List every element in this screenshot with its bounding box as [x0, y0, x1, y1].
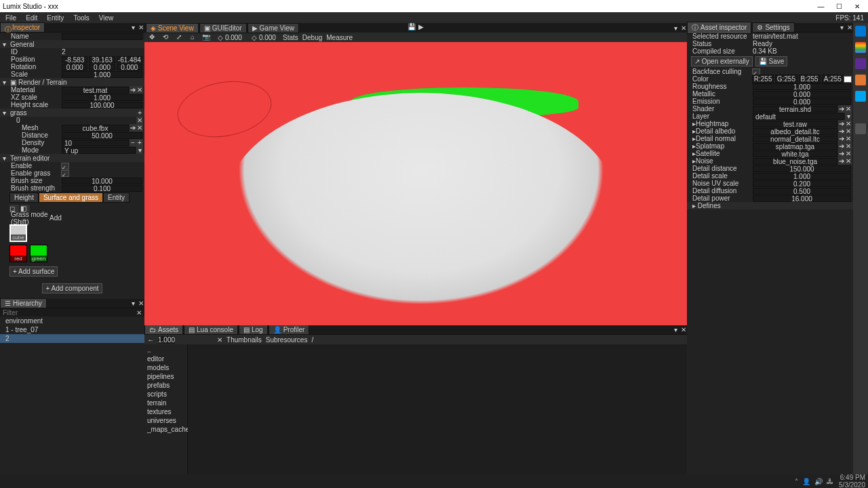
goto-icon[interactable]: ➔ — [838, 120, 845, 127]
thumb-scale[interactable]: 1.000 — [158, 336, 175, 344]
app-icon[interactable] — [855, 123, 866, 134]
folder-item[interactable]: models — [147, 363, 184, 372]
clear-asset-filter[interactable]: ✕ — [217, 336, 222, 344]
general-header[interactable]: ▾General — [0, 40, 144, 48]
measure-toggle[interactable]: Measure — [326, 34, 353, 41]
goto-icon[interactable]: ➔ — [838, 127, 845, 135]
network-icon[interactable]: 🖧 — [827, 478, 833, 485]
tab-surface-grass[interactable]: Surface and grass — [39, 192, 103, 203]
folder-item[interactable]: _maps_cache — [147, 425, 184, 434]
snap-pos[interactable]: ◇ 0.000 — [215, 34, 245, 41]
tex-satellite[interactable]: white.tga — [753, 150, 837, 157]
visual-studio-icon[interactable] — [855, 58, 866, 69]
brush-strength-slider[interactable]: 0.100 — [62, 185, 142, 192]
pin-icon[interactable]: ▾ — [130, 24, 136, 31]
emission-input[interactable]: 0.000 — [753, 98, 851, 105]
clear-icon[interactable]: ✕ — [845, 135, 852, 142]
mesh-input[interactable]: cube.fbx — [62, 125, 129, 131]
menu-entity[interactable]: Entity — [43, 14, 68, 22]
add-component-button[interactable]: + Add component — [42, 283, 102, 293]
plus-icon[interactable]: + — [136, 139, 143, 146]
goto-icon[interactable]: ➔ — [130, 124, 136, 131]
close-panel-icon[interactable]: ✕ — [138, 24, 144, 31]
material-input[interactable]: test.mat — [62, 87, 129, 94]
detail-distance[interactable]: 150.000 — [753, 165, 851, 172]
minimize-button[interactable]: — — [812, 3, 829, 10]
tab-assets[interactable]: 🗀Assets — [144, 325, 183, 335]
goto-icon[interactable]: ➔ — [838, 105, 845, 113]
clear-icon[interactable]: ✕ — [845, 105, 852, 113]
pos-z[interactable]: -61.484 — [117, 56, 142, 63]
menu-tools[interactable]: Tools — [69, 14, 93, 22]
goto-icon[interactable]: ➔ — [838, 150, 845, 157]
tex-normal[interactable]: normal_detail.ltc — [753, 136, 837, 142]
clear-icon[interactable]: ✕ — [845, 157, 852, 165]
tab-height[interactable]: Height — [9, 192, 39, 203]
minus-icon[interactable]: − — [130, 139, 136, 146]
grass-index[interactable]: 0 — [1, 117, 61, 124]
maximize-button[interactable]: ☐ — [831, 3, 847, 10]
save-icon[interactable]: 💾 — [408, 23, 416, 30]
save-asset-button[interactable]: 💾 Save — [755, 56, 788, 66]
clear-icon[interactable]: ✕ — [845, 150, 852, 157]
hierarchy-item[interactable]: 2 — [0, 334, 144, 343]
pin-icon[interactable]: ▾ — [838, 24, 845, 31]
tab-entity[interactable]: Entity — [103, 192, 130, 203]
hierarchy-item[interactable]: 1 - tree_07 — [0, 325, 144, 334]
rot-y[interactable]: 0.000 — [89, 64, 115, 70]
volume-icon[interactable]: 🔊 — [814, 478, 823, 485]
folder-item[interactable]: editor — [147, 354, 184, 363]
enable-grass-checkbox[interactable] — [61, 170, 69, 177]
color-rgba[interactable]: R:255G:255B:255A:255 — [752, 75, 844, 83]
goto-icon[interactable]: ➔ — [838, 142, 845, 150]
tab-asset-inspector[interactable]: ⓘAsset inspector — [687, 22, 751, 34]
app-icon[interactable] — [855, 91, 866, 102]
shader-input[interactable]: terrain.shd — [753, 106, 837, 113]
system-tray[interactable]: ˄ 👤 🔊 🖧 — [795, 478, 833, 485]
backface-checkbox[interactable] — [752, 68, 760, 75]
folder-item[interactable]: scripts — [147, 390, 184, 399]
app-icon[interactable] — [855, 107, 866, 118]
file-explorer-icon[interactable] — [855, 75, 866, 85]
tex-splatmap[interactable]: splatmap.tga — [753, 143, 837, 150]
swatch-cube[interactable]: cube — [9, 224, 27, 242]
folder-item[interactable]: universes — [147, 416, 184, 425]
menu-file[interactable]: File — [1, 14, 20, 22]
breadcrumb-path[interactable]: / — [311, 336, 313, 344]
clock[interactable]: 6:49 PM 5/3/2020 — [839, 474, 865, 488]
clear-icon[interactable]: ✕ — [136, 86, 143, 94]
rot-x[interactable]: 0.000 — [62, 64, 87, 70]
render-terrain-header[interactable]: ▾▣Render / Terrain — [0, 78, 144, 86]
detail-power[interactable]: 16.000 — [753, 195, 851, 202]
close-panel-icon[interactable]: ✕ — [846, 24, 853, 31]
xz-scale-input[interactable]: 1.000 — [62, 94, 142, 101]
add-icon[interactable]: + — [138, 109, 142, 117]
pos-x[interactable]: -8.583 — [62, 56, 87, 63]
metallic-input[interactable]: 0.000 — [753, 91, 851, 98]
scene-viewport[interactable] — [144, 42, 687, 325]
swatch-green[interactable]: green — [30, 245, 47, 262]
menu-view[interactable]: View — [95, 14, 118, 22]
clear-icon[interactable]: ✕ — [845, 142, 852, 150]
chevron-down-icon[interactable]: ▾ — [136, 146, 143, 154]
play-icon[interactable]: ▶ — [418, 23, 424, 30]
tab-scene-view[interactable]: ◈Scene View — [146, 23, 199, 33]
height-scale-input[interactable]: 100.000 — [62, 102, 142, 108]
people-icon[interactable]: 👤 — [802, 478, 810, 485]
layer-select[interactable]: default — [753, 113, 844, 120]
tab-settings[interactable]: ⚙Settings — [752, 22, 794, 33]
camera-icon[interactable]: 📷 — [201, 33, 211, 41]
terrain-editor-header[interactable]: ▾Terrain editor — [0, 154, 144, 162]
tab-profiler[interactable]: 👤Profiler — [269, 325, 310, 335]
chevron-down-icon[interactable]: ▾ — [845, 113, 852, 120]
scale-input[interactable]: 1.000 — [62, 71, 142, 78]
distance-input[interactable]: 50.000 — [62, 132, 142, 139]
close-panel-icon[interactable]: ✕ — [680, 326, 687, 333]
tab-lua-console[interactable]: ▤Lua console — [184, 325, 238, 335]
hierarchy-item[interactable]: environment — [0, 317, 144, 325]
pin-icon[interactable]: ▾ — [672, 24, 679, 32]
close-panel-icon[interactable]: ✕ — [138, 300, 144, 307]
stats-toggle[interactable]: Stats — [283, 34, 298, 41]
noise-uv[interactable]: 0.200 — [753, 180, 851, 187]
pos-y[interactable]: 39.163 — [89, 56, 115, 63]
